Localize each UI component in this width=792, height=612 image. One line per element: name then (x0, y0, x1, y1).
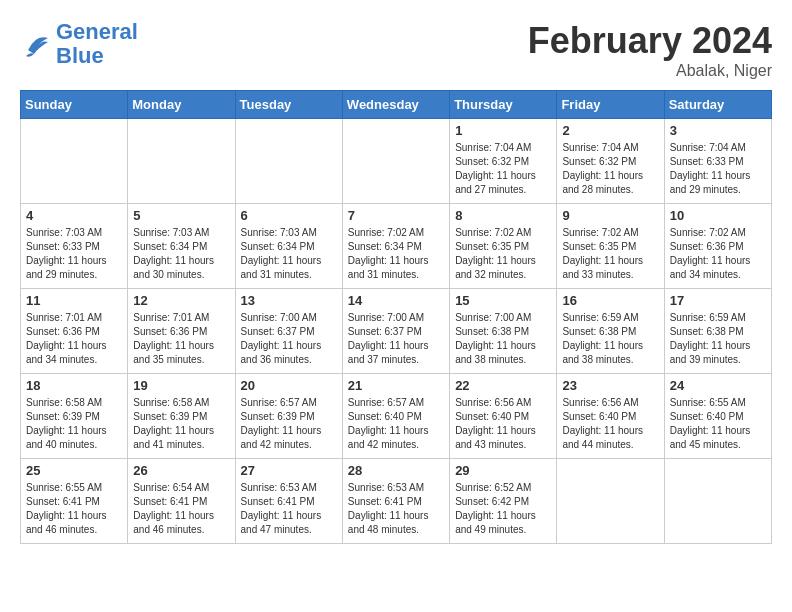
day-header-row: SundayMondayTuesdayWednesdayThursdayFrid… (21, 91, 772, 119)
day-info: Sunrise: 6:57 AMSunset: 6:40 PMDaylight:… (348, 396, 444, 452)
column-header-thursday: Thursday (450, 91, 557, 119)
day-info: Sunrise: 7:03 AMSunset: 6:34 PMDaylight:… (133, 226, 229, 282)
day-number: 24 (670, 378, 766, 393)
day-number: 14 (348, 293, 444, 308)
calendar-day: 2Sunrise: 7:04 AMSunset: 6:32 PMDaylight… (557, 119, 664, 204)
calendar-day: 24Sunrise: 6:55 AMSunset: 6:40 PMDayligh… (664, 374, 771, 459)
calendar-day: 25Sunrise: 6:55 AMSunset: 6:41 PMDayligh… (21, 459, 128, 544)
column-header-tuesday: Tuesday (235, 91, 342, 119)
day-info: Sunrise: 6:55 AMSunset: 6:40 PMDaylight:… (670, 396, 766, 452)
day-info: Sunrise: 7:04 AMSunset: 6:32 PMDaylight:… (455, 141, 551, 197)
calendar-day: 4Sunrise: 7:03 AMSunset: 6:33 PMDaylight… (21, 204, 128, 289)
day-info: Sunrise: 6:56 AMSunset: 6:40 PMDaylight:… (455, 396, 551, 452)
calendar-day: 23Sunrise: 6:56 AMSunset: 6:40 PMDayligh… (557, 374, 664, 459)
day-number: 8 (455, 208, 551, 223)
calendar-day: 7Sunrise: 7:02 AMSunset: 6:34 PMDaylight… (342, 204, 449, 289)
day-info: Sunrise: 7:03 AMSunset: 6:34 PMDaylight:… (241, 226, 337, 282)
day-number: 2 (562, 123, 658, 138)
calendar-day (342, 119, 449, 204)
day-info: Sunrise: 7:01 AMSunset: 6:36 PMDaylight:… (26, 311, 122, 367)
day-number: 17 (670, 293, 766, 308)
column-header-saturday: Saturday (664, 91, 771, 119)
calendar-day: 27Sunrise: 6:53 AMSunset: 6:41 PMDayligh… (235, 459, 342, 544)
day-number: 21 (348, 378, 444, 393)
day-number: 19 (133, 378, 229, 393)
day-number: 9 (562, 208, 658, 223)
day-number: 27 (241, 463, 337, 478)
week-row: 4Sunrise: 7:03 AMSunset: 6:33 PMDaylight… (21, 204, 772, 289)
calendar-day: 6Sunrise: 7:03 AMSunset: 6:34 PMDaylight… (235, 204, 342, 289)
day-info: Sunrise: 7:02 AMSunset: 6:35 PMDaylight:… (562, 226, 658, 282)
location: Abalak, Niger (528, 62, 772, 80)
column-header-monday: Monday (128, 91, 235, 119)
day-info: Sunrise: 6:58 AMSunset: 6:39 PMDaylight:… (26, 396, 122, 452)
day-info: Sunrise: 6:59 AMSunset: 6:38 PMDaylight:… (562, 311, 658, 367)
calendar-day: 1Sunrise: 7:04 AMSunset: 6:32 PMDaylight… (450, 119, 557, 204)
day-info: Sunrise: 6:59 AMSunset: 6:38 PMDaylight:… (670, 311, 766, 367)
logo-general: General (56, 19, 138, 44)
day-info: Sunrise: 7:00 AMSunset: 6:37 PMDaylight:… (348, 311, 444, 367)
week-row: 25Sunrise: 6:55 AMSunset: 6:41 PMDayligh… (21, 459, 772, 544)
calendar-day (664, 459, 771, 544)
day-info: Sunrise: 6:57 AMSunset: 6:39 PMDaylight:… (241, 396, 337, 452)
day-number: 6 (241, 208, 337, 223)
day-info: Sunrise: 6:56 AMSunset: 6:40 PMDaylight:… (562, 396, 658, 452)
week-row: 11Sunrise: 7:01 AMSunset: 6:36 PMDayligh… (21, 289, 772, 374)
day-number: 15 (455, 293, 551, 308)
day-number: 20 (241, 378, 337, 393)
calendar-day: 12Sunrise: 7:01 AMSunset: 6:36 PMDayligh… (128, 289, 235, 374)
day-number: 7 (348, 208, 444, 223)
title-block: February 2024 Abalak, Niger (528, 20, 772, 80)
calendar-day: 20Sunrise: 6:57 AMSunset: 6:39 PMDayligh… (235, 374, 342, 459)
day-number: 26 (133, 463, 229, 478)
column-header-sunday: Sunday (21, 91, 128, 119)
calendar-day: 26Sunrise: 6:54 AMSunset: 6:41 PMDayligh… (128, 459, 235, 544)
day-number: 4 (26, 208, 122, 223)
day-info: Sunrise: 7:03 AMSunset: 6:33 PMDaylight:… (26, 226, 122, 282)
day-info: Sunrise: 6:52 AMSunset: 6:42 PMDaylight:… (455, 481, 551, 537)
calendar-day (235, 119, 342, 204)
day-number: 3 (670, 123, 766, 138)
calendar-day: 29Sunrise: 6:52 AMSunset: 6:42 PMDayligh… (450, 459, 557, 544)
calendar-day: 11Sunrise: 7:01 AMSunset: 6:36 PMDayligh… (21, 289, 128, 374)
calendar-day: 3Sunrise: 7:04 AMSunset: 6:33 PMDaylight… (664, 119, 771, 204)
calendar-day: 28Sunrise: 6:53 AMSunset: 6:41 PMDayligh… (342, 459, 449, 544)
calendar-day: 10Sunrise: 7:02 AMSunset: 6:36 PMDayligh… (664, 204, 771, 289)
day-number: 1 (455, 123, 551, 138)
day-number: 23 (562, 378, 658, 393)
column-header-friday: Friday (557, 91, 664, 119)
day-info: Sunrise: 7:00 AMSunset: 6:37 PMDaylight:… (241, 311, 337, 367)
logo-blue: Blue (56, 44, 138, 68)
calendar-day (21, 119, 128, 204)
day-number: 18 (26, 378, 122, 393)
day-info: Sunrise: 7:04 AMSunset: 6:33 PMDaylight:… (670, 141, 766, 197)
calendar-table: SundayMondayTuesdayWednesdayThursdayFrid… (20, 90, 772, 544)
day-info: Sunrise: 7:02 AMSunset: 6:34 PMDaylight:… (348, 226, 444, 282)
calendar-day: 13Sunrise: 7:00 AMSunset: 6:37 PMDayligh… (235, 289, 342, 374)
calendar-day: 8Sunrise: 7:02 AMSunset: 6:35 PMDaylight… (450, 204, 557, 289)
day-number: 12 (133, 293, 229, 308)
week-row: 1Sunrise: 7:04 AMSunset: 6:32 PMDaylight… (21, 119, 772, 204)
calendar-day: 5Sunrise: 7:03 AMSunset: 6:34 PMDaylight… (128, 204, 235, 289)
calendar-day: 14Sunrise: 7:00 AMSunset: 6:37 PMDayligh… (342, 289, 449, 374)
day-info: Sunrise: 6:55 AMSunset: 6:41 PMDaylight:… (26, 481, 122, 537)
day-info: Sunrise: 7:02 AMSunset: 6:36 PMDaylight:… (670, 226, 766, 282)
calendar-day: 17Sunrise: 6:59 AMSunset: 6:38 PMDayligh… (664, 289, 771, 374)
day-number: 13 (241, 293, 337, 308)
day-info: Sunrise: 6:54 AMSunset: 6:41 PMDaylight:… (133, 481, 229, 537)
month-title: February 2024 (528, 20, 772, 62)
calendar-day: 18Sunrise: 6:58 AMSunset: 6:39 PMDayligh… (21, 374, 128, 459)
day-number: 29 (455, 463, 551, 478)
day-info: Sunrise: 6:53 AMSunset: 6:41 PMDaylight:… (348, 481, 444, 537)
day-number: 25 (26, 463, 122, 478)
calendar-day: 15Sunrise: 7:00 AMSunset: 6:38 PMDayligh… (450, 289, 557, 374)
calendar-day: 21Sunrise: 6:57 AMSunset: 6:40 PMDayligh… (342, 374, 449, 459)
day-info: Sunrise: 7:02 AMSunset: 6:35 PMDaylight:… (455, 226, 551, 282)
day-number: 16 (562, 293, 658, 308)
week-row: 18Sunrise: 6:58 AMSunset: 6:39 PMDayligh… (21, 374, 772, 459)
logo-text: General Blue (56, 20, 138, 68)
day-number: 10 (670, 208, 766, 223)
logo-icon (20, 30, 52, 58)
column-header-wednesday: Wednesday (342, 91, 449, 119)
day-number: 28 (348, 463, 444, 478)
